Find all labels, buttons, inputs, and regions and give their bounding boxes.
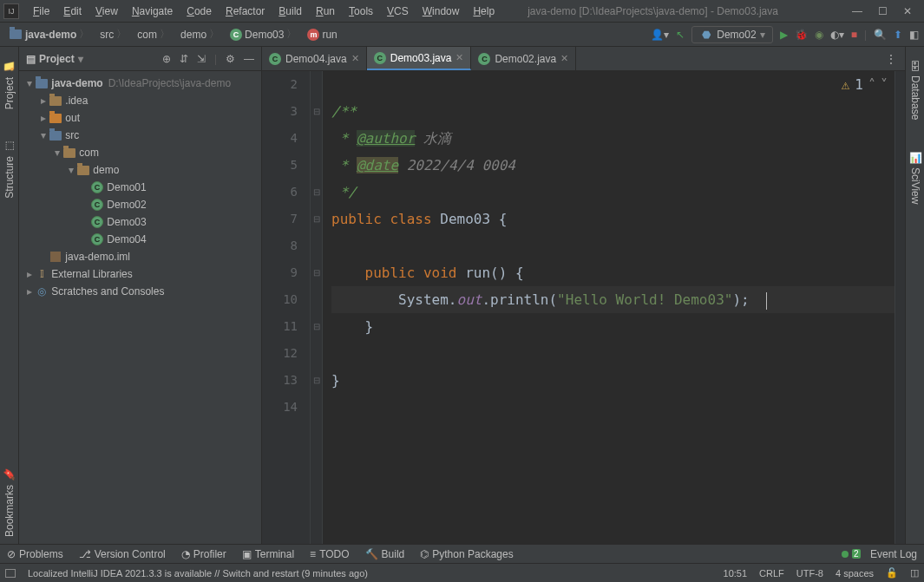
tab-project[interactable]: Project 📁: [2, 54, 17, 116]
tree-iml[interactable]: java-demo.iml: [19, 248, 261, 265]
crumb-demo[interactable]: demo〉: [177, 25, 223, 43]
debug-button[interactable]: 🐞: [795, 29, 808, 41]
warning-icon[interactable]: ⚠: [842, 76, 850, 93]
menu-build[interactable]: Build: [272, 3, 309, 20]
collapse-all-icon[interactable]: ⇲: [197, 53, 206, 65]
tree-demo02[interactable]: C Demo02: [19, 196, 261, 213]
status-message[interactable]: Localized IntelliJ IDEA 2021.3.3 is avai…: [28, 568, 711, 579]
tree-demo03[interactable]: C Demo03: [19, 213, 261, 231]
code-area[interactable]: ⚠1 ˄ ˅ /** * @author 水滴 * @date 2022/4/4…: [323, 71, 895, 544]
tab-demo04[interactable]: CDemo04.java✕: [262, 47, 367, 70]
prev-highlight-icon[interactable]: ˄: [868, 76, 875, 93]
ide-settings-icon[interactable]: ◧: [909, 29, 919, 41]
profile-button[interactable]: ◐▾: [830, 29, 844, 41]
tool-build[interactable]: 🔨Build: [365, 548, 405, 560]
tree-demo[interactable]: ▾ demo: [19, 161, 261, 179]
project-tree[interactable]: ▾ java-demoD:\IdeaProjects\java-demo ▸ .…: [19, 71, 261, 544]
tool-event-log[interactable]: 2 Event Log: [842, 548, 917, 560]
breadcrumb: java-demo〉 src〉 com〉 demo〉 CDemo03〉 mrun: [5, 25, 647, 43]
crumb-class[interactable]: CDemo03〉: [226, 25, 300, 43]
tool-windows-icon[interactable]: [5, 569, 16, 578]
add-user-icon[interactable]: 👤▾: [651, 29, 669, 41]
crumb-src[interactable]: src〉: [96, 25, 130, 43]
close-tab-icon[interactable]: ✕: [560, 53, 568, 64]
panel-settings-icon[interactable]: ⚙: [226, 53, 235, 65]
next-highlight-icon[interactable]: ˅: [881, 76, 888, 93]
select-opened-file-icon[interactable]: ⊕: [162, 53, 171, 65]
vcs-icon: ⎇: [79, 548, 91, 560]
editor-body[interactable]: 2 3 4 5 6 7 8 9 10 11 12 13 14 ⊟ ⊟ ⊟: [262, 71, 905, 544]
close-tab-icon[interactable]: ✕: [351, 53, 359, 64]
status-indent[interactable]: 4 spaces: [836, 568, 874, 579]
menu-code[interactable]: Code: [180, 3, 219, 20]
project-icon: ▤: [26, 53, 36, 65]
tree-src[interactable]: ▾ src: [19, 127, 261, 144]
status-encoding[interactable]: UTF-8: [796, 568, 823, 579]
line-gutter[interactable]: 2 3 4 5 6 7 8 9 10 11 12 13 14: [262, 71, 311, 544]
crumb-project[interactable]: java-demo〉: [5, 25, 93, 43]
expand-all-icon[interactable]: ⇵: [180, 53, 188, 65]
tab-demo02[interactable]: CDemo02.java✕: [471, 47, 576, 70]
tab-more-icon[interactable]: ⋮: [877, 47, 905, 70]
minimize-button[interactable]: ―: [852, 5, 862, 17]
tree-root[interactable]: ▾ java-demoD:\IdeaProjects\java-demo: [19, 75, 261, 92]
title-bar: IJ File Edit View Navigate Code Refactor…: [0, 0, 924, 23]
stop-button[interactable]: ■: [851, 29, 857, 41]
tool-terminal[interactable]: ▣Terminal: [242, 548, 294, 560]
hide-panel-icon[interactable]: —: [244, 53, 254, 65]
status-widget-icon[interactable]: ◫: [910, 567, 919, 579]
menu-navigate[interactable]: Navigate: [125, 3, 180, 20]
tool-todo[interactable]: ≡TODO: [310, 548, 349, 560]
crumb-method[interactable]: mrun: [304, 27, 340, 43]
tab-bookmarks[interactable]: Bookmarks 🔖: [2, 461, 17, 544]
tab-demo03[interactable]: CDemo03.java✕: [367, 47, 472, 70]
tree-out[interactable]: ▸ out: [19, 109, 261, 127]
tool-vcs[interactable]: ⎇Version Control: [79, 548, 166, 560]
menu-window[interactable]: Window: [416, 3, 467, 20]
class-icon: C: [91, 216, 103, 228]
tab-database[interactable]: 🗄 Database: [908, 54, 923, 127]
folder-icon: [10, 29, 22, 39]
readonly-lock-icon[interactable]: 🔓: [886, 567, 898, 579]
iml-icon: [50, 252, 61, 262]
tool-python[interactable]: ⌬Python Packages: [420, 548, 513, 560]
menu-help[interactable]: Help: [466, 3, 501, 20]
tool-profiler[interactable]: ◔Profiler: [181, 548, 226, 560]
project-panel-header: ▤ Project ▾ ⊕ ⇵ ⇲ | ⚙ —: [19, 47, 261, 71]
menu-vcs[interactable]: VCS: [380, 3, 416, 20]
tree-demo01[interactable]: C Demo01: [19, 179, 261, 196]
menu-refactor[interactable]: Refactor: [219, 3, 272, 20]
error-stripe[interactable]: [895, 71, 905, 544]
close-button[interactable]: ✕: [903, 5, 912, 17]
right-tool-stripe: 🗄 Database 📊 SciView: [905, 47, 924, 544]
menu-file[interactable]: File: [26, 3, 56, 20]
fold-column[interactable]: ⊟ ⊟ ⊟ ⊟ ⊟ ⊟: [311, 71, 323, 544]
folder-icon: [36, 79, 48, 88]
back-icon[interactable]: ↖: [676, 29, 685, 41]
menu-view[interactable]: View: [88, 3, 125, 20]
folder-icon: [77, 166, 89, 175]
tree-scratches[interactable]: ▸◎ Scratches and Consoles: [19, 283, 261, 300]
maximize-button[interactable]: ☐: [878, 5, 888, 17]
status-eol[interactable]: CRLF: [759, 568, 784, 579]
panel-title: Project: [39, 53, 75, 65]
run-button[interactable]: ▶: [780, 29, 788, 41]
run-config-select[interactable]: ⬣Demo02 ▾: [691, 26, 772, 43]
tree-demo04[interactable]: C Demo04: [19, 231, 261, 248]
coverage-button[interactable]: ◉: [815, 29, 823, 41]
crumb-com[interactable]: com〉: [134, 25, 174, 43]
search-button[interactable]: 🔍: [874, 29, 887, 41]
tree-external-libs[interactable]: ▸𝕀 External Libraries: [19, 265, 261, 283]
class-icon: C: [91, 181, 103, 193]
close-tab-icon[interactable]: ✕: [455, 52, 463, 63]
status-position[interactable]: 10:51: [724, 568, 748, 579]
tab-sciview[interactable]: 📊 SciView: [908, 144, 923, 211]
tab-structure[interactable]: Structure ⬚: [2, 134, 17, 206]
tree-idea[interactable]: ▸ .idea: [19, 92, 261, 109]
tool-problems[interactable]: ⊘Problems: [7, 548, 63, 560]
tree-com[interactable]: ▾ com: [19, 144, 261, 161]
menu-edit[interactable]: Edit: [56, 3, 88, 20]
menu-run[interactable]: Run: [309, 3, 342, 20]
update-button[interactable]: ⬆: [894, 29, 902, 41]
menu-tools[interactable]: Tools: [342, 3, 380, 20]
